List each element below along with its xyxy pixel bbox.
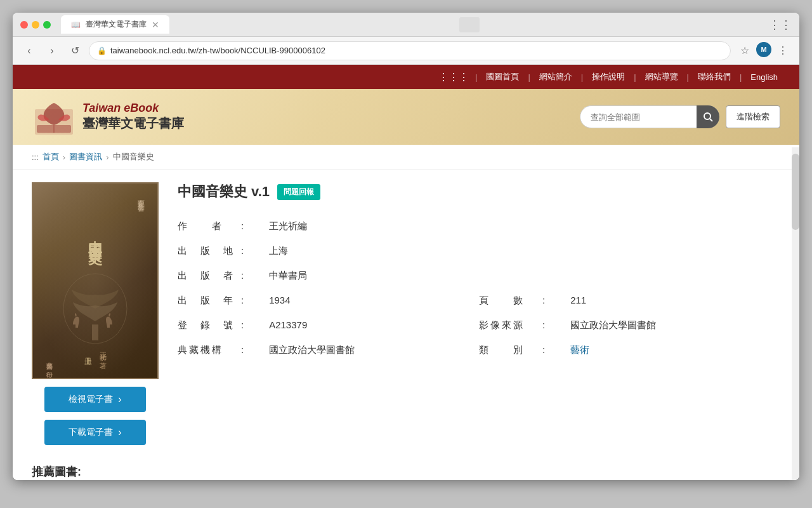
detail-cell-image-source: 影像來源 : 國立政治大學圖書館 (479, 319, 780, 331)
record-no-value: A213379 (269, 319, 479, 331)
search-button[interactable] (697, 105, 719, 128)
author-colon: : (241, 220, 244, 232)
window-menu-icon[interactable]: ⋮⋮ (769, 18, 792, 32)
breadcrumb: ::: 首頁 › 圖書資訊 › 中國音樂史 (13, 145, 799, 170)
scrollbar-thumb[interactable] (792, 154, 799, 230)
tab-title: 臺灣華文電子書庫 (86, 19, 147, 30)
tab-favicon: 📖 (71, 20, 81, 29)
pages-value: 211 (570, 295, 780, 307)
search-icon (703, 112, 713, 122)
detail-row-publisher: 出 版 者 : 中華書局 (178, 264, 780, 288)
detail-row-year-pages: 出 版 年 : 1934 頁 數 : 211 (178, 288, 780, 313)
browser-toolbar: ‹ › ↺ 🔒 taiwanebook.ncl.edu.tw/zh-tw/boo… (13, 37, 799, 65)
publisher-place-label: 出 版 地 (178, 245, 241, 257)
record-no-label: 登 錄 號 (178, 319, 241, 331)
detail-row-author: 作 者 : 王光祈編 (178, 214, 780, 239)
book-cover-author: 王光祈 著 (98, 347, 108, 357)
svg-line-4 (710, 119, 712, 121)
recommended-title: 推薦圖書: (32, 465, 81, 478)
logo-chinese: 臺灣華文電子書庫 (82, 115, 184, 132)
browser-titlebar: 📖 臺灣華文電子書庫 ✕ ⋮⋮ (13, 13, 799, 37)
publish-year-colon: : (241, 295, 244, 307)
view-ebook-label: 檢視電子書 (69, 394, 113, 405)
advanced-search-button[interactable]: 進階檢索 (726, 105, 780, 128)
maximize-button[interactable] (43, 21, 51, 29)
detail-row-publisher-place: 出 版 地 : 上海 (178, 239, 780, 264)
image-source-label: 影像來源 (479, 319, 542, 331)
svg-point-3 (704, 113, 710, 119)
publisher-value: 中華書局 (269, 270, 780, 282)
collection-label: 典藏機構 (178, 344, 241, 356)
bookmark-button[interactable]: ☆ (736, 42, 754, 60)
breadcrumb-sep-2: › (106, 152, 108, 162)
detail-cell-record: 登 錄 號 : A213379 (178, 319, 479, 331)
author-value: 王光祈編 (269, 220, 780, 232)
minimize-button[interactable] (32, 21, 39, 29)
search-input-wrap (580, 105, 719, 128)
breadcrumb-sep-1: › (63, 152, 65, 162)
logo[interactable]: Taiwan eBook 臺灣華文電子書庫 (32, 97, 184, 138)
pages-colon: : (542, 295, 545, 307)
detail-table: 作 者 : 王光祈編 出 版 地 : 上海 出 版 者 : 中華書局 (178, 214, 780, 363)
collection-value: 國立政治大學圖書館 (269, 344, 479, 356)
book-cover-image: 中百科叢書 中國音樂史 (32, 182, 159, 379)
book-cover-ornament (60, 271, 130, 347)
report-issue-badge[interactable]: 問題回報 (277, 184, 320, 200)
record-no-colon: : (241, 319, 244, 331)
category-colon: : (542, 344, 545, 356)
new-tab-button[interactable] (459, 17, 480, 32)
detail-cell-collection: 典藏機構 : 國立政治大學圖書館 (178, 344, 479, 356)
publisher-colon: : (241, 270, 244, 282)
download-ebook-button[interactable]: 下載電子書 › (44, 420, 146, 445)
tab-close-icon[interactable]: ✕ (152, 20, 159, 30)
detail-row-record-imagesource: 登 錄 號 : A213379 影像來源 : 國立政治大學圖書館 (178, 313, 780, 338)
book-cover-top-text: 中百科叢書 (136, 194, 146, 200)
pages-label: 頁 數 (479, 295, 542, 307)
nav-item-about[interactable]: 網站簡介 (530, 71, 581, 83)
nav-item-contact[interactable]: 聯絡我們 (689, 71, 740, 83)
download-arrow-icon: › (118, 427, 121, 438)
logo-text: Taiwan eBook 臺灣華文電子書庫 (82, 102, 184, 132)
profile-button[interactable]: M (756, 42, 771, 57)
view-arrow-icon: › (118, 394, 121, 405)
author-label: 作 者 (178, 220, 241, 232)
breadcrumb-home[interactable]: 首頁 (43, 151, 59, 163)
category-link[interactable]: 藝術 (570, 344, 589, 355)
recommended-section: 推薦圖書: (13, 458, 799, 480)
logo-icon (32, 97, 76, 138)
scrollbar[interactable] (792, 147, 799, 480)
nav-item-help[interactable]: 操作說明 (583, 71, 634, 83)
refresh-button[interactable]: ↺ (66, 42, 84, 60)
nav-dots-icon: ⋮⋮⋮ (438, 71, 469, 83)
publisher-place-value: 上海 (269, 245, 780, 257)
detail-row-collection-category: 典藏機構 : 國立政治大學圖書館 類 別 : 藝術 (178, 338, 780, 363)
close-button[interactable] (20, 21, 28, 29)
browser-tab[interactable]: 📖 臺灣華文電子書庫 ✕ (61, 15, 169, 34)
nav-item-home[interactable]: 國圖首頁 (477, 71, 528, 83)
publisher-place-colon: : (241, 245, 244, 257)
site-navigation: ⋮⋮⋮ | 國圖首頁 | 網站簡介 | 操作說明 | 網站導覽 | 聯絡我們 |… (13, 65, 799, 89)
detail-cell-category: 類 別 : 藝術 (479, 344, 780, 356)
menu-button[interactable]: ⋮ (774, 42, 792, 60)
book-title: 中國音樂史 v.1 (178, 182, 270, 201)
book-cover-area: 中百科叢書 中國音樂史 (32, 182, 159, 445)
lock-icon: 🔒 (97, 46, 107, 55)
address-bar[interactable]: 🔒 taiwanebook.ncl.edu.tw/zh-tw/book/NCCU… (89, 41, 731, 60)
svg-rect-6 (92, 324, 98, 340)
forward-button[interactable]: › (43, 42, 61, 60)
main-content: 中百科叢書 中國音樂史 (13, 170, 799, 458)
search-area: 進階檢索 (580, 105, 780, 128)
breadcrumb-library[interactable]: 圖書資訊 (69, 151, 102, 163)
back-button[interactable]: ‹ (20, 42, 38, 60)
nav-item-english[interactable]: English (742, 72, 787, 82)
nav-item-sitemap[interactable]: 網站導覽 (636, 71, 687, 83)
category-value: 藝術 (570, 344, 780, 356)
book-details: 中國音樂史 v.1 問題回報 作 者 : 王光祈編 出 版 地 : 上海 (178, 182, 780, 445)
view-ebook-button[interactable]: 檢視電子書 › (44, 387, 146, 412)
site-header: Taiwan eBook 臺灣華文電子書庫 進階檢索 (13, 89, 799, 145)
category-label: 類 別 (479, 344, 542, 356)
book-cover-subtitle: 上冊 (82, 351, 93, 352)
image-source-value: 國立政治大學圖書館 (570, 319, 780, 331)
breadcrumb-prefix: ::: (32, 152, 39, 162)
book-title-area: 中國音樂史 v.1 問題回報 (178, 182, 780, 201)
